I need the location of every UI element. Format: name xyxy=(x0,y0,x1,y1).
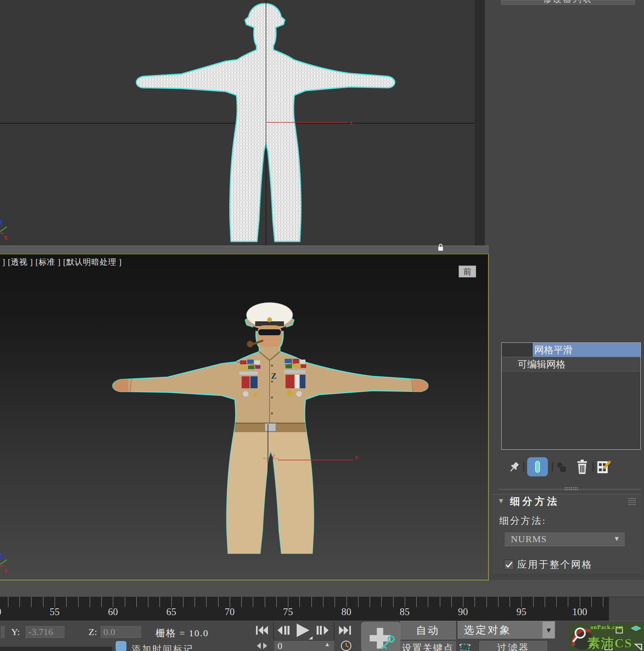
ruler-tick xyxy=(486,597,487,607)
ruler-tick xyxy=(475,597,475,607)
set-keys-button[interactable]: 设置关键点 xyxy=(400,641,456,651)
ruler-frame-label: 90 xyxy=(458,606,468,618)
ruler-frame-label: 95 xyxy=(516,606,526,618)
rollout-collapse-icon[interactable]: ▼ xyxy=(498,497,504,505)
wireframe-character[interactable] xyxy=(136,4,395,242)
ruler-tick xyxy=(113,597,113,607)
next-frame-button[interactable] xyxy=(316,625,331,635)
ruler-tick xyxy=(195,597,195,607)
auto-key-button[interactable]: 自动 xyxy=(400,621,456,639)
ruler-tick xyxy=(288,597,288,607)
watermark-brand: 素沛CS xyxy=(587,635,632,651)
viewport-label[interactable]: ] [透视 ] [标准 ] [默认明暗处理 ] xyxy=(2,257,122,267)
play-button[interactable] xyxy=(296,623,313,640)
rollout-header[interactable]: ▼ 细分方法 xyxy=(492,494,641,508)
ruler-tick xyxy=(160,597,160,607)
toolbar-separator xyxy=(523,462,524,472)
grid-size-readout: 栅格 = 10.0 xyxy=(156,627,209,639)
add-time-tag-label[interactable]: 添加时间标记 xyxy=(132,643,194,651)
tripod-x-label: x xyxy=(4,566,8,574)
ruler-tick xyxy=(416,597,417,607)
drag-grid-icon[interactable] xyxy=(628,498,636,505)
x-coordinate-field-partial[interactable] xyxy=(0,625,5,638)
ruler-tick xyxy=(66,597,67,607)
stack-item-label: 可编辑网格 xyxy=(518,358,565,371)
previous-frame-button[interactable] xyxy=(277,625,292,635)
front-view-button[interactable]: 前 xyxy=(459,266,476,277)
wireframe-scene: x xyxy=(0,0,475,246)
ruler-tick xyxy=(101,597,102,607)
show-end-result-button[interactable] xyxy=(527,457,548,476)
ruler-tick xyxy=(381,597,382,607)
tripod-z-label: Z xyxy=(0,551,4,561)
ruler-tick xyxy=(510,597,510,607)
viewport-perspective[interactable]: ] [透视 ] [标准 ] [默认明暗处理 ] 前 xyxy=(0,254,489,580)
panel-separator-handle[interactable] xyxy=(564,487,578,491)
ruler-tick xyxy=(253,597,253,607)
y-axis-label: Y xyxy=(270,453,275,461)
viewport-splitter[interactable] xyxy=(0,246,489,254)
ruler-tick xyxy=(241,597,242,607)
tripod-x-label: x xyxy=(4,233,8,241)
ruler-tick xyxy=(8,597,8,607)
timeline-ruler[interactable]: 50556065707580859095100 xyxy=(0,597,609,621)
time-tag-icon[interactable] xyxy=(116,641,126,651)
gizmo-z-label: Z xyxy=(271,372,276,380)
configure-modifier-sets-icon[interactable] xyxy=(597,460,612,475)
y-coordinate-field[interactable]: -3.716 xyxy=(25,625,65,638)
ruler-frame-label: 85 xyxy=(400,606,410,618)
set-key-icon xyxy=(362,622,400,651)
ruler-tick xyxy=(31,597,32,607)
ruler-frame-label: 65 xyxy=(166,606,176,618)
stack-item-label: 网格平滑 xyxy=(534,344,573,356)
rollout-subdivision-method: ▼ 细分方法 细分方法: NURMS ▼ 应用于整个网格 xyxy=(492,494,641,575)
ruler-tick xyxy=(498,597,498,607)
keypoint-filter-icon[interactable] xyxy=(459,643,472,651)
remove-modifier-icon[interactable] xyxy=(575,460,589,475)
ruler-frame-label: 100 xyxy=(572,606,587,618)
track-bar[interactable] xyxy=(0,580,644,597)
ruler-tick xyxy=(183,597,183,607)
stack-item-meshsmooth[interactable]: 网格平滑 xyxy=(502,343,640,357)
ruler-tick xyxy=(533,597,534,607)
modifier-stack[interactable]: 网格平滑 可编辑网格 xyxy=(501,342,641,450)
prompt-line xyxy=(0,647,112,651)
ruler-tick xyxy=(55,597,55,607)
character-model[interactable]: Z xyxy=(110,303,431,556)
go-to-start-button[interactable] xyxy=(255,625,270,635)
ruler-tick xyxy=(276,597,277,607)
ruler-tick xyxy=(230,597,230,607)
current-frame-field[interactable]: 0 ▲ xyxy=(274,640,334,651)
go-to-end-button[interactable] xyxy=(338,625,353,635)
x-axis-label: x xyxy=(349,118,353,126)
spinner-up-icon[interactable]: ▲ xyxy=(324,639,330,649)
ruler-tick xyxy=(580,597,580,607)
viewport-top-wireframe[interactable]: x Z x xyxy=(0,0,475,246)
set-key-button[interactable] xyxy=(361,622,400,651)
stack-item-icon-area[interactable] xyxy=(502,343,533,357)
ruler-tick xyxy=(603,597,603,607)
modifier-list-dropdown[interactable]: 修改器列表 xyxy=(501,0,635,5)
ruler-tick xyxy=(463,597,463,607)
ruler-tick xyxy=(451,597,452,607)
pin-icon[interactable] xyxy=(507,460,521,474)
ruler-tick xyxy=(171,597,172,607)
ruler-tick xyxy=(218,597,219,607)
ruler-tick xyxy=(591,597,592,607)
selection-set-arrow-button[interactable]: ▼ xyxy=(542,621,555,639)
key-mode-toggle-icon[interactable] xyxy=(256,642,268,650)
filters-button[interactable]: 过滤器 xyxy=(479,641,547,651)
subdivision-method-dropdown[interactable]: NURMS ▼ xyxy=(504,532,625,546)
z-coordinate-field[interactable]: 0.0 xyxy=(100,625,141,638)
ruler-tick xyxy=(545,597,545,607)
selection-set-dropdown[interactable]: 选定对象 xyxy=(458,621,542,639)
make-unique-icon[interactable] xyxy=(555,460,569,474)
command-panel: 修改器列表 网格平滑 可编辑网格 xyxy=(475,0,644,580)
checkbox[interactable] xyxy=(504,560,514,570)
ruler-tick xyxy=(90,597,90,607)
ruler-tick xyxy=(393,597,394,607)
stack-item-editable-mesh[interactable]: 可编辑网格 xyxy=(502,357,640,372)
time-configuration-button[interactable] xyxy=(340,639,353,651)
lock-icon xyxy=(437,243,444,252)
apply-to-whole-mesh-row[interactable]: 应用于整个网格 xyxy=(504,558,593,571)
